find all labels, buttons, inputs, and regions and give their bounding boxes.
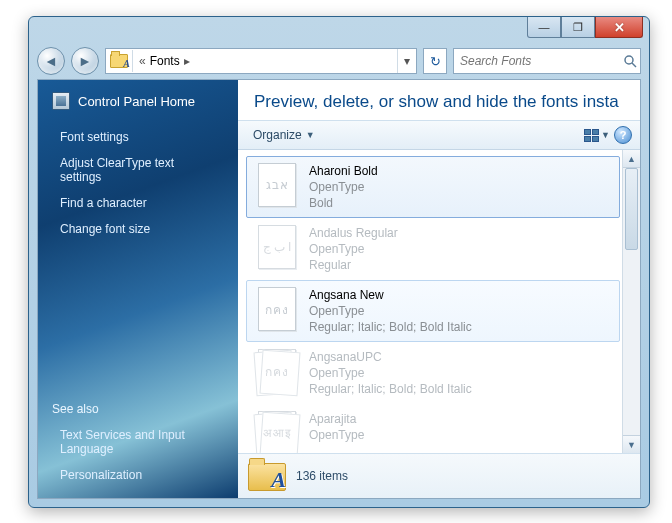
- font-list[interactable]: ▲ ▼ אבג Aharoni Bold OpenType Bold ا ب ج…: [238, 150, 640, 453]
- font-preview-icon: אבג: [255, 163, 299, 207]
- font-item[interactable]: अआइ Aparajita OpenType: [246, 404, 620, 453]
- item-count-label: 136 items: [296, 469, 348, 483]
- chevron-down-icon: ▼: [601, 130, 610, 140]
- scroll-thumb[interactable]: [625, 168, 638, 250]
- breadcrumb-chevron-icon[interactable]: ▸: [184, 54, 190, 68]
- font-name: Angsana New: [309, 287, 611, 303]
- see-also-heading: See also: [38, 394, 238, 422]
- font-style: Regular; Italic; Bold; Bold Italic: [309, 381, 611, 397]
- sidebar-text-services[interactable]: Text Services and Input Language: [38, 422, 238, 462]
- font-style: Regular: [309, 257, 611, 273]
- font-preview-icon: กคง: [255, 349, 299, 393]
- control-panel-home-link[interactable]: Control Panel Home: [38, 92, 238, 124]
- forward-button[interactable]: ►: [71, 47, 99, 75]
- control-panel-home-label: Control Panel Home: [78, 94, 195, 109]
- breadcrumb-prefix: «: [139, 54, 146, 68]
- location-folder-icon: A: [106, 50, 133, 72]
- font-name: AngsanaUPC: [309, 349, 611, 365]
- font-preview-icon: กคง: [255, 287, 299, 331]
- font-preview-icon: ا ب ج: [255, 225, 299, 269]
- svg-line-1: [632, 63, 636, 67]
- status-bar: A 136 items: [238, 453, 640, 498]
- scroll-down-button[interactable]: ▼: [623, 435, 640, 453]
- search-box[interactable]: [453, 48, 641, 74]
- font-item[interactable]: אבג Aharoni Bold OpenType Bold: [246, 156, 620, 218]
- font-style: Regular; Italic; Bold; Bold Italic: [309, 319, 611, 335]
- sidebar-change-font-size[interactable]: Change font size: [38, 216, 238, 242]
- organize-button[interactable]: Organize ▼: [246, 125, 322, 145]
- help-button[interactable]: ?: [614, 126, 632, 144]
- font-name: Andalus Regular: [309, 225, 611, 241]
- back-button[interactable]: ◄: [37, 47, 65, 75]
- maximize-button[interactable]: ❐: [561, 17, 595, 38]
- svg-point-0: [625, 56, 633, 64]
- sidebar-find-character[interactable]: Find a character: [38, 190, 238, 216]
- font-type: OpenType: [309, 427, 611, 443]
- minimize-icon: —: [539, 21, 550, 33]
- font-preview-icon: अआइ: [255, 411, 299, 453]
- font-type: OpenType: [309, 365, 611, 381]
- main-pane: Preview, delete, or show and hide the fo…: [238, 80, 640, 498]
- font-style: Bold: [309, 195, 611, 211]
- font-type: OpenType: [309, 241, 611, 257]
- refresh-button[interactable]: ↻: [423, 48, 447, 74]
- back-arrow-icon: ◄: [44, 53, 58, 69]
- page-heading: Preview, delete, or show and hide the fo…: [238, 80, 640, 120]
- chevron-down-icon: ▾: [404, 54, 410, 68]
- font-name: Aharoni Bold: [309, 163, 611, 179]
- sidebar-adjust-cleartype[interactable]: Adjust ClearType text settings: [38, 150, 238, 190]
- sidebar-personalization[interactable]: Personalization: [38, 462, 238, 488]
- control-panel-icon: [52, 92, 70, 110]
- font-name: Aparajita: [309, 411, 611, 427]
- fonts-control-panel-window: — ❐ ✕ ◄ ► A « Fonts ▸ ▾ ↻: [28, 16, 650, 508]
- font-item[interactable]: กคง AngsanaUPC OpenType Regular; Italic;…: [246, 342, 620, 404]
- font-item[interactable]: ا ب ج Andalus Regular OpenType Regular: [246, 218, 620, 280]
- organize-label: Organize: [253, 128, 302, 142]
- command-bar: Organize ▼ ▼ ?: [238, 120, 640, 150]
- breadcrumb-fonts[interactable]: Fonts: [150, 54, 180, 68]
- refresh-icon: ↻: [430, 54, 441, 69]
- minimize-button[interactable]: —: [527, 17, 561, 38]
- forward-arrow-icon: ►: [78, 53, 92, 69]
- font-type: OpenType: [309, 179, 611, 195]
- address-bar[interactable]: A « Fonts ▸ ▾: [105, 48, 417, 74]
- sidebar-font-settings[interactable]: Font settings: [38, 124, 238, 150]
- search-input[interactable]: [454, 51, 620, 71]
- address-history-dropdown[interactable]: ▾: [397, 49, 416, 73]
- font-type: OpenType: [309, 303, 611, 319]
- scroll-up-button[interactable]: ▲: [623, 150, 640, 168]
- navigation-row: ◄ ► A « Fonts ▸ ▾ ↻: [29, 45, 649, 77]
- titlebar[interactable]: — ❐ ✕: [29, 17, 649, 45]
- fonts-folder-icon: A: [248, 461, 284, 491]
- close-icon: ✕: [614, 20, 625, 35]
- chevron-down-icon: ▼: [306, 130, 315, 140]
- close-button[interactable]: ✕: [595, 17, 643, 38]
- view-options-button[interactable]: ▼: [580, 127, 614, 143]
- maximize-icon: ❐: [573, 21, 583, 34]
- search-icon: [620, 51, 640, 71]
- tiles-view-icon: [584, 129, 598, 141]
- font-item[interactable]: กคง Angsana New OpenType Regular; Italic…: [246, 280, 620, 342]
- sidebar: Control Panel Home Font settings Adjust …: [38, 80, 238, 498]
- vertical-scrollbar[interactable]: ▲ ▼: [622, 150, 640, 453]
